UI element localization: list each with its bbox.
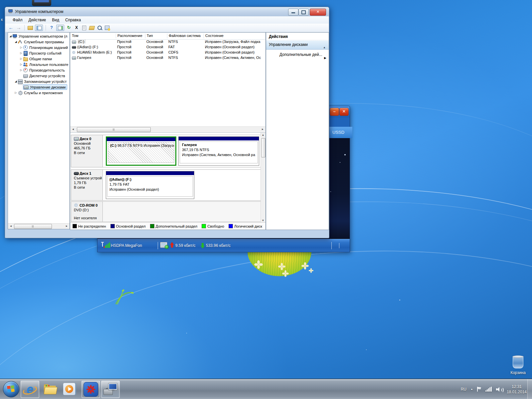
actions-disk-management[interactable]: Управление дисками ▲ xyxy=(266,40,329,50)
taskbar-computer-management[interactable] xyxy=(101,381,120,398)
shared-folders-icon xyxy=(23,57,28,61)
volume-row-adlan[interactable]: ((Adlan)) (F:) Простой Основной FAT Испр… xyxy=(70,45,266,50)
recycle-bin[interactable]: Корзина xyxy=(505,356,531,375)
menu-file[interactable]: Файл xyxy=(10,17,25,23)
tree-item-disk-management[interactable]: Управление дисками xyxy=(8,84,70,90)
upload-speed: 9.59 кбит/с xyxy=(175,243,196,248)
volume-horizontal-scrollbar[interactable]: ◄ ► xyxy=(70,126,266,132)
tree-item-root[interactable]: ◢ Управление компьютером (л xyxy=(8,33,70,39)
tree-expander-icon[interactable]: ◢ xyxy=(14,80,18,83)
menu-help[interactable]: Справка xyxy=(63,17,84,23)
disk-kind: Съемное устрой xyxy=(74,176,102,180)
menu-action[interactable]: Действие xyxy=(26,17,49,23)
recycle-bin-label: Корзина xyxy=(505,370,531,375)
wallpaper-sparkle xyxy=(186,333,187,333)
find-icon[interactable] xyxy=(96,25,102,31)
menu-view[interactable]: Вид xyxy=(49,17,62,23)
disk0-label[interactable]: Диск 0 Основной 465,76 ГБ В сети xyxy=(71,135,103,167)
tree-item-event-viewer[interactable]: ▷ Просмотр событий xyxy=(8,50,70,56)
export-icon[interactable] xyxy=(104,25,110,31)
modem-close-button[interactable]: ✕ xyxy=(339,108,349,116)
scroll-up-arrow[interactable]: ▲ xyxy=(261,133,265,137)
tree-expander-icon[interactable]: ▷ xyxy=(14,91,18,94)
disk-vertical-scrollbar[interactable]: ▲ ▼ xyxy=(261,133,266,223)
help-icon[interactable]: ? xyxy=(49,25,55,31)
tab-ussd[interactable]: USSD xyxy=(329,127,352,138)
console-tree-icon[interactable] xyxy=(35,25,43,31)
close-button[interactable]: ✕ xyxy=(310,9,326,16)
refresh-icon[interactable]: ↻ xyxy=(66,25,72,31)
maximize-button[interactable] xyxy=(298,9,309,16)
delete-icon[interactable]: X xyxy=(74,25,80,31)
open-icon[interactable] xyxy=(89,25,95,31)
disk1-label[interactable]: Диск 1 Съемное устрой 1,79 ГБ В сети xyxy=(71,170,103,200)
tree-expander-icon[interactable]: ▷ xyxy=(19,63,23,66)
tree-expander-icon[interactable]: ▷ xyxy=(19,52,23,55)
tree-item-device-manager[interactable]: Диспетчер устройств xyxy=(8,73,70,79)
tree-item-system-tools[interactable]: ◢ Служебные программы xyxy=(8,39,70,45)
computer-management-window[interactable]: Управление компьютером ✕ Файл Действие В… xyxy=(5,7,329,238)
tree-item-task-scheduler[interactable]: ▷ Планировщик заданий xyxy=(8,45,70,50)
status-separator xyxy=(339,243,339,248)
scroll-left-arrow[interactable]: ◄ xyxy=(71,127,76,132)
minimize-button[interactable] xyxy=(288,9,298,16)
column-volume[interactable]: Том xyxy=(70,34,116,38)
scrollbar-thumb[interactable] xyxy=(77,127,151,132)
tree-item-storage[interactable]: ◢ Запоминающие устройст xyxy=(8,79,70,84)
show-desktop-button[interactable] xyxy=(527,379,532,399)
volume-row-gallery[interactable]: Галерея Простой Основной NTFS Исправен (… xyxy=(70,55,266,61)
partition-adlan[interactable]: ((Adlan)) (F:) 1,79 ГБ FAT Исправен (Осн… xyxy=(106,171,194,199)
taskbar-huawei-modem[interactable] xyxy=(82,381,100,398)
partition-gallery[interactable]: Галерея 367,19 ГБ NTFS Исправен (Система… xyxy=(178,136,259,166)
up-folder-icon[interactable] xyxy=(27,25,33,31)
taskbar-explorer[interactable] xyxy=(41,381,59,397)
volume-row-c[interactable]: (C:) Простой Основной NTFS Исправен (Заг… xyxy=(70,39,266,45)
tree-item-label: Производительность xyxy=(29,68,66,72)
network-signal-icon[interactable] xyxy=(485,387,492,392)
tree-expander-icon[interactable]: ▷ xyxy=(19,46,23,49)
taskbar-media-player[interactable] xyxy=(61,381,77,397)
column-status[interactable]: Состояние xyxy=(204,34,266,38)
action-pane-icon[interactable] xyxy=(56,25,64,31)
back-icon[interactable]: ← xyxy=(8,25,14,31)
forward-icon[interactable]: → xyxy=(16,25,22,31)
disk-kind: Основной xyxy=(74,141,102,146)
start-button[interactable] xyxy=(3,381,19,397)
taskbar-internet-explorer[interactable]: e xyxy=(21,381,39,398)
action-center-flag-icon[interactable] xyxy=(477,387,481,392)
column-fs[interactable]: Файловая система xyxy=(167,34,204,38)
partition-c[interactable]: (C:) 98,57 ГБ NTFS Исправен (Загрузка, Ф… xyxy=(106,136,176,166)
tree-expander-icon[interactable]: ◢ xyxy=(9,35,12,38)
desktop-icon-partial[interactable] xyxy=(32,0,51,6)
scroll-right-arrow[interactable]: ► xyxy=(260,127,265,132)
scrollbar-thumb[interactable] xyxy=(14,224,52,229)
scroll-left-arrow[interactable]: ◄ xyxy=(8,224,13,229)
actions-more[interactable]: Дополнительные дей... ▶ xyxy=(266,50,329,60)
tree-expander-icon[interactable]: ▷ xyxy=(19,57,23,60)
partition-status: Исправен (Основной раздел) xyxy=(109,187,191,192)
tray-chevron-icon[interactable]: ▲ xyxy=(470,388,473,391)
language-indicator[interactable]: RU xyxy=(461,387,466,392)
window-titlebar[interactable]: Управление компьютером ✕ xyxy=(5,7,329,17)
media-player-icon xyxy=(63,383,75,395)
scrollbar-thumb[interactable] xyxy=(261,138,266,157)
modem-minimize-button[interactable]: – xyxy=(330,108,339,116)
volume-icon[interactable] xyxy=(496,387,503,392)
tree-item-label: Планировщик заданий xyxy=(29,46,69,50)
tree-item-local-users[interactable]: ▷ Локальные пользовате xyxy=(8,62,70,67)
properties-icon[interactable] xyxy=(81,25,87,31)
tree-expander-icon[interactable]: ▷ xyxy=(19,69,23,72)
tree-horizontal-scrollbar[interactable]: ◄ ► xyxy=(8,223,70,229)
tree-item-performance[interactable]: ▷ Производительность xyxy=(8,67,70,73)
tree-item-shared-folders[interactable]: ▷ Общие папки xyxy=(8,56,70,62)
wallpaper-sprig xyxy=(114,286,135,305)
console-tree-pane: ◢ Управление компьютером (л ◢ Служебные … xyxy=(8,32,70,229)
clock[interactable]: 12:31 18.01.2014 xyxy=(507,384,527,395)
column-layout[interactable]: Расположение xyxy=(116,34,145,38)
tree-expander-icon[interactable]: ◢ xyxy=(14,40,18,43)
cdrom-label[interactable]: CD-ROM 0 DVD (D:) Нет носителя xyxy=(71,202,103,222)
volume-row-huawei[interactable]: HUAWEI Modem (E:) Простой Основной CDFS … xyxy=(70,50,266,55)
tree-item-services[interactable]: ▷ Службы и приложения xyxy=(8,90,70,96)
column-type[interactable]: Тип xyxy=(145,34,167,38)
scroll-right-arrow[interactable]: ► xyxy=(64,224,69,229)
